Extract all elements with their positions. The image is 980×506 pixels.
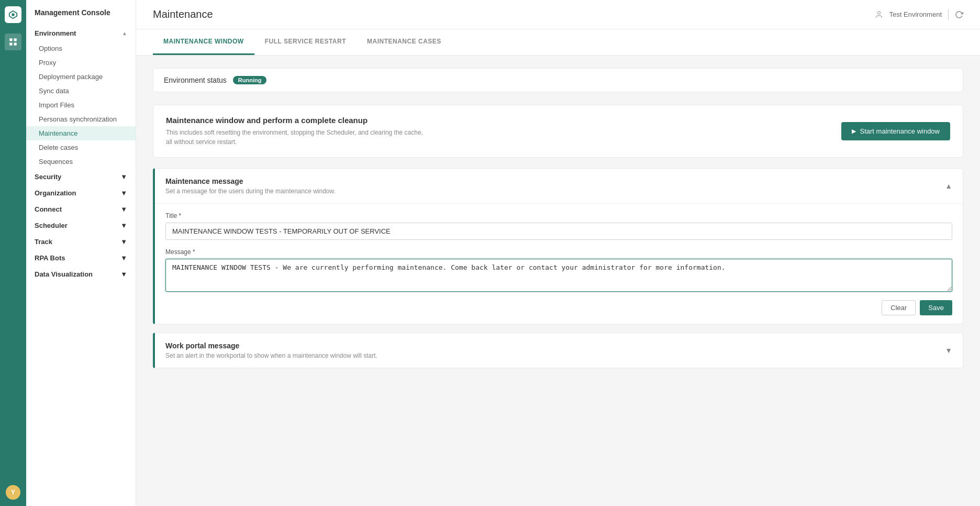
title-input[interactable] <box>165 223 952 240</box>
track-chevron-icon: ▼ <box>120 238 127 246</box>
maintenance-message-subtitle: Set a message for the users during the m… <box>165 188 336 195</box>
action-header-desc-line2: all without service restart. <box>166 137 423 147</box>
connect-chevron-icon: ▼ <box>120 205 127 213</box>
svg-rect-4 <box>14 43 17 46</box>
page-title: Maintenance <box>153 8 213 20</box>
environment-label: Test Environment <box>889 10 942 18</box>
svg-rect-1 <box>9 38 12 41</box>
title-field: Title * <box>165 212 952 240</box>
scheduler-chevron-icon: ▼ <box>120 222 127 229</box>
work-portal-subtitle: Set an alert in the workportal to show w… <box>165 352 377 359</box>
tab-full-service-restart[interactable]: FULL SERVICE RESTART <box>254 29 357 55</box>
save-button[interactable]: Save <box>920 300 952 315</box>
sidebar-item-sequences[interactable]: Sequences <box>26 155 136 169</box>
icon-rail: Y <box>0 0 26 506</box>
clear-button[interactable]: Clear <box>882 300 916 315</box>
sidebar-item-options[interactable]: Options <box>26 41 136 56</box>
sidebar-section-data-visualization[interactable]: Data Visualization ▼ <box>26 266 136 282</box>
refresh-icon[interactable] <box>955 10 963 19</box>
maintenance-message-card: Maintenance message Set a message for th… <box>153 168 963 324</box>
sidebar-item-sync-data[interactable]: Sync data <box>26 84 136 98</box>
form-actions: Clear Save <box>165 300 952 315</box>
top-bar: Maintenance Test Environment <box>136 0 980 29</box>
sidebar-item-maintenance[interactable]: Maintenance <box>26 126 136 140</box>
sidebar-item-deployment-package[interactable]: Deployment package <box>26 70 136 84</box>
sidebar-item-import-files[interactable]: Import Files <box>26 98 136 112</box>
work-portal-title: Work portal message <box>165 342 377 350</box>
user-icon <box>875 10 883 19</box>
svg-rect-3 <box>9 43 12 46</box>
app-logo[interactable] <box>5 6 21 23</box>
action-header-desc-line1: This includes soft resetting the environ… <box>166 128 423 137</box>
svg-rect-2 <box>14 38 17 41</box>
environment-chevron-icon: ▲ <box>122 30 127 36</box>
sidebar-section-connect[interactable]: Connect ▼ <box>26 201 136 217</box>
sidebar-section-rpa-bots[interactable]: RPA Bots ▼ <box>26 250 136 266</box>
nav-home-icon[interactable] <box>5 34 21 50</box>
rpa-bots-chevron-icon: ▼ <box>120 254 127 262</box>
action-header-title: Maintenance window and perform a complet… <box>166 116 423 125</box>
work-portal-message-card: Work portal message Set an alert in the … <box>153 333 963 368</box>
maintenance-message-card-body: Title * Message * Clear Save <box>155 203 963 324</box>
message-field-label: Message * <box>165 248 952 256</box>
work-portal-card-header[interactable]: Work portal message Set an alert in the … <box>155 333 963 368</box>
security-chevron-icon: ▼ <box>120 173 127 181</box>
top-bar-right: Test Environment <box>875 9 963 20</box>
sidebar-section-organization[interactable]: Organization ▼ <box>26 185 136 201</box>
sidebar-item-delete-cases[interactable]: Delete cases <box>26 140 136 155</box>
tab-maintenance-window[interactable]: MAINTENANCE WINDOW <box>153 29 254 55</box>
sidebar-item-personas-synchronization[interactable]: Personas synchronization <box>26 112 136 126</box>
maintenance-message-card-header[interactable]: Maintenance message Set a message for th… <box>155 169 963 203</box>
sidebar: Management Console Environment ▲ Options… <box>26 0 136 506</box>
sidebar-section-scheduler[interactable]: Scheduler ▼ <box>26 217 136 234</box>
title-field-label: Title * <box>165 212 952 219</box>
environment-section-header[interactable]: Environment ▲ <box>26 25 136 41</box>
start-maintenance-window-button[interactable]: ▶ Start maintenance window <box>841 122 950 140</box>
message-textarea[interactable] <box>165 259 952 292</box>
sidebar-section-track[interactable]: Track ▼ <box>26 234 136 250</box>
environment-section-label: Environment <box>35 29 76 37</box>
organization-chevron-icon: ▼ <box>120 189 127 197</box>
environment-status-bar: Environment status Running <box>153 68 963 92</box>
user-avatar[interactable]: Y <box>6 485 20 500</box>
tab-maintenance-cases[interactable]: MAINTENANCE CASES <box>357 29 452 55</box>
tabs-bar: MAINTENANCE WINDOW FULL SERVICE RESTART … <box>136 29 980 56</box>
message-field: Message * <box>165 248 952 294</box>
action-header-text: Maintenance window and perform a complet… <box>166 116 423 147</box>
status-badge: Running <box>233 76 267 84</box>
maintenance-message-collapse-icon[interactable]: ▲ <box>945 182 952 190</box>
data-visualization-chevron-icon: ▼ <box>120 270 127 278</box>
play-icon: ▶ <box>852 128 856 135</box>
main-content: Maintenance Test Environment MAINTENANCE… <box>136 0 980 506</box>
content-area: Environment status Running Maintenance w… <box>136 56 980 381</box>
svg-point-0 <box>12 13 14 16</box>
sidebar-item-proxy[interactable]: Proxy <box>26 56 136 70</box>
action-header: Maintenance window and perform a complet… <box>153 105 963 158</box>
maintenance-message-title: Maintenance message <box>165 177 336 185</box>
sidebar-title: Management Console <box>26 8 136 25</box>
env-status-label: Environment status <box>164 76 227 84</box>
divider <box>948 9 949 20</box>
svg-point-5 <box>877 12 880 14</box>
sidebar-section-security[interactable]: Security ▼ <box>26 169 136 185</box>
work-portal-expand-icon[interactable]: ▼ <box>945 346 952 355</box>
